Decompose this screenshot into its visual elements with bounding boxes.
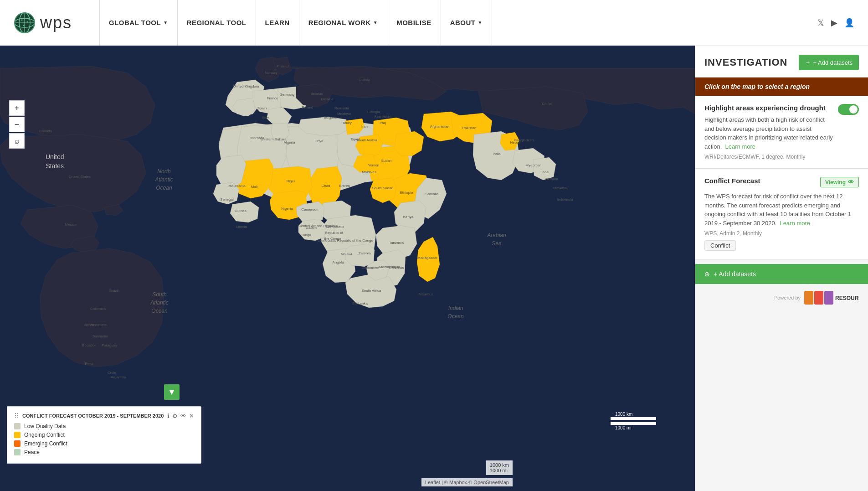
uk-text: United Kingdom	[233, 84, 259, 88]
laos-text: Laos	[540, 170, 548, 174]
svg-point-8	[23, 25, 25, 26]
italy-text: Italy	[262, 115, 269, 119]
congo-text: Congo	[300, 233, 311, 237]
azerbaijan-text: Azerbaijan	[374, 114, 391, 119]
resourcewatch-text: RESOURCEWATCH	[835, 295, 859, 301]
india-text: India	[493, 152, 501, 156]
drought-toggle[interactable]	[838, 104, 859, 115]
brazil-text: Brazil	[109, 289, 118, 293]
close-icon[interactable]: ✕	[189, 413, 194, 419]
scale-bar2	[611, 422, 656, 425]
zoom-out-button[interactable]: −	[9, 117, 25, 132]
vietnam-text: Vietnam	[544, 177, 558, 181]
legend-actions: ℹ ⚙ 👁 ✕	[167, 413, 194, 419]
comoros-text: Comoros	[389, 266, 404, 270]
svg-point-6	[21, 19, 23, 21]
north-atlantic-label: North	[157, 168, 171, 175]
conflict-body: The WPS forecast for risk of conflict ov…	[704, 192, 859, 227]
search-map-button[interactable]: ⌕	[9, 133, 25, 149]
conflict-learn-more-link[interactable]: Learn more	[780, 220, 810, 227]
senegal-text: Senegal	[220, 197, 234, 202]
north-atlantic-label3: Ocean	[156, 185, 172, 191]
north-atlantic-label2: Atlantic	[154, 176, 173, 183]
drought-learn-more-link[interactable]: Learn more	[725, 143, 755, 150]
us-text: United States	[69, 175, 91, 179]
user-icon[interactable]: 👤	[844, 18, 854, 28]
scale-label1: 1000 km	[615, 412, 632, 417]
drc-text4: the Congo	[324, 237, 341, 241]
niger-text: Niger	[286, 179, 295, 183]
conflict-tag: Conflict	[704, 240, 736, 251]
drag-icon: ⠿	[14, 412, 19, 419]
plus-icon: ＋	[805, 58, 811, 67]
bulgaria-text: Bulgaria	[324, 115, 337, 119]
southafrica-text: South Africa	[361, 289, 381, 293]
powered-by-text: Powered by	[774, 295, 801, 300]
scale-bar	[611, 417, 656, 420]
info-icon[interactable]: ℹ	[167, 413, 169, 419]
map-container[interactable]: North Atlantic Ocean South Atlantic Ocea…	[0, 46, 695, 491]
malawi-text: Malawi	[341, 252, 352, 256]
resource-watch-logo: RESOURCEWATCH	[804, 291, 859, 305]
conflict-content: Conflict Forecast	[704, 177, 816, 188]
russia-text: Russia	[359, 78, 370, 82]
mali-text: Mali	[251, 185, 258, 189]
nav-mobilise[interactable]: MOBILISE	[387, 0, 441, 46]
eye-icon[interactable]: 👁	[180, 413, 186, 419]
drought-content: Highlight areas experiencing drought Hig…	[704, 104, 833, 160]
turkey-text: Turkey	[341, 121, 352, 125]
nav-about[interactable]: ABOUT ▼	[441, 0, 492, 46]
paraguay-text: Paraguay	[102, 343, 117, 347]
logo-area[interactable]: wps	[14, 12, 72, 34]
venezuela-text: Venezuela	[89, 323, 107, 327]
nav-regional-tool[interactable]: REGIONAL TOOL	[178, 0, 256, 46]
car-text: Central African Republic	[298, 224, 338, 228]
france-text: France	[267, 96, 278, 100]
south-atlantic-label: South	[152, 291, 167, 298]
add-datasets-top-button[interactable]: ＋ + Add datasets	[799, 55, 859, 70]
colombia-text: Colombia	[90, 307, 106, 311]
ukraine-text: Ukraine	[321, 97, 334, 101]
chevron-down-icon: ▼	[163, 20, 168, 25]
chevron-down-icon: ▼	[373, 20, 378, 25]
libya-text: Libya	[314, 139, 324, 143]
add-datasets-bottom-button[interactable]: ⊕ + Add datasets	[695, 264, 868, 284]
cameroon-text: Cameroon	[301, 207, 318, 212]
adjust-icon[interactable]: ⚙	[172, 413, 178, 419]
legend-title: CONFLICT FORECAST OCTOBER 2019 - SEPTEMB…	[22, 413, 164, 419]
nigeria-text: Nigeria	[281, 207, 293, 211]
mauritius-text: Mauritius	[419, 292, 433, 296]
south-atlantic-label3: Ocean	[151, 308, 168, 314]
chevron-down-icon: ▼	[478, 20, 483, 25]
arabian-sea-label: Arabian	[487, 232, 506, 238]
kenya-text: Kenya	[403, 215, 414, 219]
ecuador-text: Ecuador	[82, 343, 96, 347]
algeria-text: Algeria	[284, 140, 295, 145]
conflict-forecast-title: Conflict Forecast	[704, 177, 816, 185]
iraq-text: Iraq	[380, 121, 386, 125]
zoom-in-button[interactable]: +	[9, 100, 25, 116]
somalia-text: Somalia	[426, 192, 439, 196]
bangladesh-text: Bangladesh	[514, 138, 534, 142]
main-nav: GLOBAL TOOL ▼ REGIONAL TOOL LEARN REGION…	[99, 0, 817, 46]
egypt-text: Egypt	[351, 137, 360, 141]
svg-rect-12	[814, 291, 823, 305]
china-text: China	[542, 102, 552, 106]
twitter-icon[interactable]: 𝕏	[817, 18, 824, 28]
plus-circle-icon: ⊕	[704, 270, 710, 278]
madagascar-text: Madagascar	[417, 256, 437, 260]
nav-learn[interactable]: LEARN	[256, 0, 299, 46]
youtube-icon[interactable]: ▶	[831, 18, 837, 28]
investigation-title: INVESTIGATION	[704, 57, 788, 68]
viewing-badge: Viewing 👁	[820, 177, 859, 187]
nav-regional-work[interactable]: REGIONAL WORK ▼	[299, 0, 387, 46]
logo-globe-icon	[14, 12, 36, 34]
liberia-text: Liberia	[236, 225, 247, 229]
indonesia-text: Indonesia	[557, 197, 573, 202]
ongoing-conflict-label: Ongoing Conflict	[24, 432, 65, 438]
low-quality-label: Low Quality Data	[24, 423, 66, 429]
sudan-text: Sudan	[381, 159, 391, 163]
toggle-slider	[838, 104, 859, 115]
nav-global-tool[interactable]: GLOBAL TOOL ▼	[99, 0, 178, 46]
expand-legend-button[interactable]: ▼	[164, 384, 180, 400]
